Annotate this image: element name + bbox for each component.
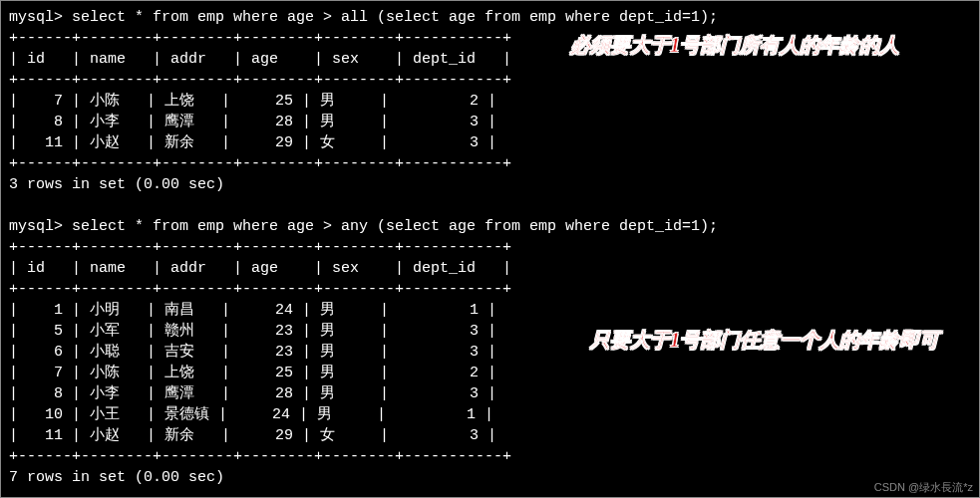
table-row: | 8 | 小李 | 鹰潭 | 28 | 男 | 3 |	[9, 383, 971, 404]
table-row: | 8 | 小李 | 鹰潭 | 28 | 男 | 3 |	[9, 112, 971, 132]
table-row: | 7 | 小陈 | 上饶 | 25 | 男 | 2 |	[9, 91, 971, 112]
sql-prompt-line[interactable]: mysql> select * from emp where age > any…	[9, 216, 971, 237]
sql-prompt-line[interactable]: mysql> select * from emp where age > all…	[9, 7, 971, 28]
annotation-any: 只要大于1号部门任意一个人的年龄即可	[590, 326, 939, 354]
table-row: | 1 | 小明 | 南昌 | 24 | 男 | 1 |	[9, 300, 971, 321]
annotation-all: 必须要大于1号部门所有人的年龄的人	[570, 31, 899, 59]
mysql-prompt: mysql>	[9, 9, 72, 26]
mysql-prompt: mysql>	[9, 218, 72, 235]
result-footer-2: 7 rows in set (0.00 sec)	[9, 467, 971, 488]
sql-query-1: select * from emp where age > all (selec…	[72, 9, 718, 26]
watermark: CSDN @绿水長流*z	[874, 480, 973, 495]
table-row: | 7 | 小陈 | 上饶 | 25 | 男 | 2 |	[9, 363, 971, 383]
sql-query-2: select * from emp where age > any (selec…	[72, 218, 718, 235]
table-row: | id | name | addr | age | sex | dept_id…	[9, 258, 971, 279]
table-row: +------+--------+--------+--------+-----…	[9, 446, 971, 467]
table-row: | 10 | 小王 | 景德镇 | 24 | 男 | 1 |	[9, 404, 971, 425]
table-row: | 11 | 小赵 | 新余 | 29 | 女 | 3 |	[9, 132, 971, 153]
blank-line	[9, 195, 971, 216]
result-footer-1: 3 rows in set (0.00 sec)	[9, 174, 971, 195]
table-row: +------+--------+--------+--------+-----…	[9, 279, 971, 300]
table-row: +------+--------+--------+--------+-----…	[9, 153, 971, 174]
table-row: +------+--------+--------+--------+-----…	[9, 70, 971, 91]
table-row: +------+--------+--------+--------+-----…	[9, 237, 971, 258]
table-row: | 11 | 小赵 | 新余 | 29 | 女 | 3 |	[9, 425, 971, 446]
